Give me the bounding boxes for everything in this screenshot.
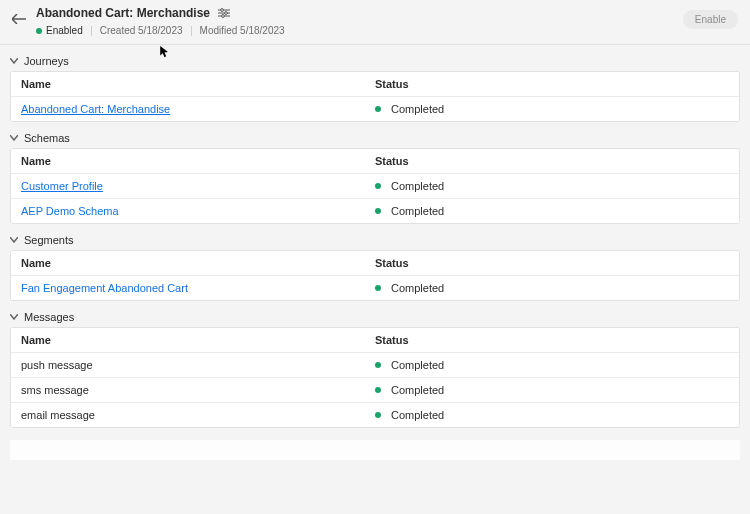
status-badge: Enabled — [36, 24, 83, 38]
svg-point-5 — [222, 14, 225, 17]
status-cell: Completed — [375, 205, 729, 217]
status-text: Completed — [391, 359, 444, 371]
page-body: Journeys Name Status Abandoned Cart: Mer… — [0, 51, 750, 460]
back-button[interactable] — [12, 14, 26, 24]
section-journeys: Journeys Name Status Abandoned Cart: Mer… — [10, 51, 740, 122]
col-status: Status — [375, 155, 729, 167]
schema-link[interactable]: AEP Demo Schema — [21, 205, 375, 217]
chevron-down-icon — [10, 57, 18, 65]
table-header: Name Status — [11, 251, 739, 275]
status-text: Completed — [391, 103, 444, 115]
table-header: Name Status — [11, 72, 739, 96]
header-main: Abandoned Cart: Merchandise Enabled Crea… — [36, 6, 683, 38]
section-title: Messages — [24, 311, 74, 323]
section-header-schemas[interactable]: Schemas — [10, 128, 740, 148]
sliders-icon[interactable] — [218, 8, 230, 20]
divider — [191, 26, 192, 36]
col-status: Status — [375, 78, 729, 90]
section-messages: Messages Name Status push message Comple… — [10, 307, 740, 428]
table-row: Customer Profile Completed — [11, 173, 739, 198]
status-dot-icon — [375, 183, 381, 189]
section-header-journeys[interactable]: Journeys — [10, 51, 740, 71]
status-cell: Completed — [375, 180, 729, 192]
status-label: Enabled — [46, 24, 83, 38]
section-segments: Segments Name Status Fan Engagement Aban… — [10, 230, 740, 301]
table-row: email message Completed — [11, 402, 739, 427]
section-title: Schemas — [24, 132, 70, 144]
meta-row: Enabled Created 5/18/2023 Modified 5/18/… — [36, 24, 683, 38]
status-cell: Completed — [375, 359, 729, 371]
messages-table: Name Status push message Completed sms m… — [10, 327, 740, 428]
status-dot-icon — [36, 28, 42, 34]
schema-link[interactable]: Customer Profile — [21, 180, 375, 192]
journeys-table: Name Status Abandoned Cart: Merchandise … — [10, 71, 740, 122]
page-title: Abandoned Cart: Merchandise — [36, 6, 210, 20]
col-status: Status — [375, 257, 729, 269]
table-row: Fan Engagement Abandoned Cart Completed — [11, 275, 739, 300]
message-name: sms message — [21, 384, 375, 396]
table-row: push message Completed — [11, 352, 739, 377]
status-text: Completed — [391, 205, 444, 217]
table-row: sms message Completed — [11, 377, 739, 402]
message-name: push message — [21, 359, 375, 371]
table-header: Name Status — [11, 328, 739, 352]
chevron-down-icon — [10, 313, 18, 321]
section-header-messages[interactable]: Messages — [10, 307, 740, 327]
col-name: Name — [21, 257, 375, 269]
footer-bar — [10, 440, 740, 460]
col-name: Name — [21, 334, 375, 346]
table-row: Abandoned Cart: Merchandise Completed — [11, 96, 739, 121]
status-text: Completed — [391, 282, 444, 294]
table-header: Name Status — [11, 149, 739, 173]
message-name: email message — [21, 409, 375, 421]
status-cell: Completed — [375, 384, 729, 396]
status-cell: Completed — [375, 409, 729, 421]
chevron-down-icon — [10, 134, 18, 142]
status-dot-icon — [375, 387, 381, 393]
schemas-table: Name Status Customer Profile Completed A… — [10, 148, 740, 224]
status-dot-icon — [375, 285, 381, 291]
status-cell: Completed — [375, 282, 729, 294]
col-name: Name — [21, 155, 375, 167]
status-dot-icon — [375, 106, 381, 112]
segment-link[interactable]: Fan Engagement Abandoned Cart — [21, 282, 375, 294]
status-text: Completed — [391, 180, 444, 192]
modified-label: Modified 5/18/2023 — [200, 24, 285, 38]
page-header: Abandoned Cart: Merchandise Enabled Crea… — [0, 0, 750, 45]
col-name: Name — [21, 78, 375, 90]
svg-point-3 — [225, 11, 228, 14]
section-header-segments[interactable]: Segments — [10, 230, 740, 250]
section-schemas: Schemas Name Status Customer Profile Com… — [10, 128, 740, 224]
svg-point-1 — [221, 8, 224, 11]
table-row: AEP Demo Schema Completed — [11, 198, 739, 223]
enable-button[interactable]: Enable — [683, 10, 738, 29]
journey-link[interactable]: Abandoned Cart: Merchandise — [21, 103, 375, 115]
section-title: Journeys — [24, 55, 69, 67]
status-dot-icon — [375, 362, 381, 368]
col-status: Status — [375, 334, 729, 346]
status-cell: Completed — [375, 103, 729, 115]
status-text: Completed — [391, 409, 444, 421]
divider — [91, 26, 92, 36]
status-text: Completed — [391, 384, 444, 396]
status-dot-icon — [375, 412, 381, 418]
created-label: Created 5/18/2023 — [100, 24, 183, 38]
section-title: Segments — [24, 234, 74, 246]
status-dot-icon — [375, 208, 381, 214]
chevron-down-icon — [10, 236, 18, 244]
segments-table: Name Status Fan Engagement Abandoned Car… — [10, 250, 740, 301]
title-row: Abandoned Cart: Merchandise — [36, 6, 683, 20]
